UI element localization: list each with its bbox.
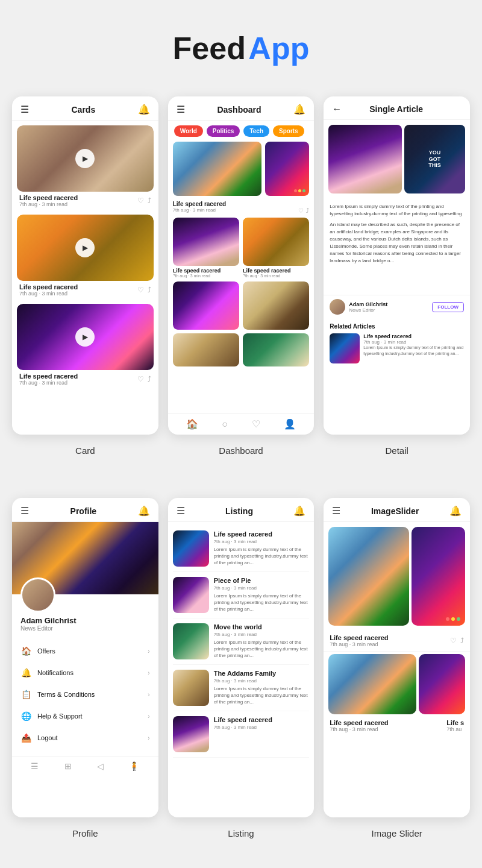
slider-card-title-2: Life speed racered — [330, 719, 388, 726]
dash-card-meta-1: Life speed racered 7th aug · 3 min read … — [173, 201, 310, 214]
app-title-black: Feed — [173, 31, 246, 66]
heart-icon-3[interactable]: ♡ — [137, 375, 144, 383]
notifications-arrow: › — [148, 670, 149, 676]
dash-grid-title-1: Life speed racered — [173, 268, 239, 274]
listing-desc-3: Lorem Ipsum is simply dummy text of the … — [214, 639, 310, 659]
dash-nav-person[interactable]: 👤 — [284, 418, 296, 430]
slider-image-main[interactable] — [328, 527, 409, 626]
detail-avatar — [330, 299, 345, 315]
share-icon-1[interactable]: ⤴ — [148, 197, 151, 205]
dash-featured-side[interactable] — [265, 142, 310, 196]
notifications-icon: 🔔 — [20, 668, 31, 678]
dash-nav-home[interactable]: 🏠 — [186, 418, 198, 430]
profile-menu-logout[interactable]: 📤 Logout › — [12, 727, 158, 749]
profile-role: News Editor — [20, 625, 150, 632]
profile-menu-offers[interactable]: 🏠 Offers › — [12, 640, 158, 662]
tab-world[interactable]: World — [174, 125, 203, 137]
listing-bell-icon[interactable]: 🔔 — [293, 505, 305, 517]
slider-card-title-1: Life speed racered — [330, 634, 450, 641]
listing-item-5[interactable]: Life speed racered 7th aug · 3 min read — [173, 711, 310, 758]
slider-preview-main[interactable] — [328, 654, 416, 714]
slider-bell-icon[interactable]: 🔔 — [449, 505, 462, 517]
profile-menu-terms[interactable]: 📋 Terms & Conditions › — [12, 684, 158, 705]
dash-featured-main[interactable] — [173, 142, 261, 196]
dot-yellow — [298, 189, 301, 192]
hamburger-icon[interactable]: ☰ — [20, 104, 29, 115]
dash-dot-decor — [294, 189, 305, 192]
play-button-1[interactable]: ▶ — [75, 149, 95, 168]
dash-share-icon[interactable]: ⤴ — [306, 207, 309, 214]
dash-grid-sign[interactable] — [243, 281, 309, 330]
share-icon-3[interactable]: ⤴ — [148, 375, 151, 383]
card-header: ☰ Cards 🔔 — [12, 96, 158, 121]
profile-menu-notifications[interactable]: 🔔 Notifications › — [12, 662, 158, 684]
card-item[interactable]: ▶ Life speed racered 7th aug · 3 min rea… — [17, 215, 154, 298]
dash-grid-1: Life speed racered 7th aug · 3 min read … — [173, 218, 310, 278]
dash-nav-heart[interactable]: ♡ — [252, 418, 260, 430]
listing-item-1[interactable]: Life speed racered 7th aug · 3 min read … — [173, 526, 310, 572]
dashboard-bottom-nav: 🏠 ○ ♡ 👤 — [168, 413, 315, 435]
card-item[interactable]: ▶ Life speed racered 7th aug · 3 min rea… — [17, 125, 154, 209]
listing-sub-2: 7th aug · 3 min read — [214, 585, 310, 591]
card-item[interactable]: ▶ Life speed racered 7th aug · 3 min rea… — [17, 304, 154, 387]
tab-sports[interactable]: Sports — [273, 125, 304, 137]
tab-tech[interactable]: Tech — [243, 125, 269, 137]
share-icon-2[interactable]: ⤴ — [148, 286, 151, 294]
dot-red — [294, 189, 297, 192]
terms-icon: 📋 — [20, 690, 31, 699]
back-icon[interactable]: ← — [332, 104, 342, 115]
listing-header: ☰ Listing 🔔 — [168, 498, 315, 522]
profile-nav-menu[interactable]: ☰ — [31, 761, 39, 771]
profile-menu-help[interactable]: 🌐 Help & Support › — [12, 705, 158, 727]
profile-hamburger-icon[interactable]: ☰ — [20, 505, 29, 517]
detail-header-title: Single Article — [369, 104, 423, 114]
dash-grid-girl[interactable]: Life speed racered 7th aug · 3 min read — [173, 218, 239, 278]
play-button-2[interactable]: ▶ — [75, 238, 95, 257]
related-item-desc: Lorem Ipsum is simply dummy text of the … — [363, 345, 464, 357]
listing-item-2[interactable]: Piece of Pie 7th aug · 3 min read Lorem … — [173, 572, 310, 618]
dash-heart-icon[interactable]: ♡ — [298, 207, 304, 214]
detail-image-text: YOUGOTTHIS — [428, 149, 441, 169]
listing-hamburger-icon[interactable]: ☰ — [177, 505, 185, 517]
row1-labels: Card Dashboard Detail — [0, 441, 482, 468]
profile-bell-icon[interactable]: 🔔 — [138, 505, 150, 517]
tab-politics[interactable]: Politics — [207, 125, 240, 137]
card-meta-3: Life speed racered 7th aug · 3 min read … — [17, 370, 154, 387]
dash-grid-party[interactable] — [173, 281, 239, 330]
profile-header-title: Profile — [70, 506, 97, 516]
dash-image-party — [173, 281, 239, 330]
slider-share-icon[interactable]: ⤴ — [460, 637, 464, 645]
slider-image-side[interactable] — [412, 527, 465, 626]
play-button-3[interactable]: ▶ — [75, 327, 95, 347]
dash-hamburger-icon[interactable]: ☰ — [177, 104, 185, 115]
profile-nav-person[interactable]: 🧍 — [129, 761, 139, 771]
slider-main — [324, 522, 470, 631]
screens-row-1: ☰ Cards 🔔 ▶ Life speed racered 7th aug ·… — [0, 84, 482, 441]
bell-icon[interactable]: 🔔 — [138, 104, 150, 115]
dash-image-sign — [243, 281, 309, 330]
detail-image-main — [328, 125, 401, 193]
listing-item-4[interactable]: The Addams Family 7th aug · 3 min read L… — [173, 665, 310, 711]
dash-grid-mags[interactable]: Life speed racered 7th aug · 3 min read — [243, 218, 309, 278]
listing-item-3[interactable]: Move the world 7th aug · 3 min read Lore… — [173, 618, 310, 665]
listing-content: Life speed racered 7th aug · 3 min read … — [168, 522, 315, 817]
slider-heart-icon[interactable]: ♡ — [450, 637, 457, 645]
slider-preview-side[interactable] — [419, 654, 465, 714]
profile-nav-grid[interactable]: ⊞ — [64, 761, 72, 771]
heart-icon-2[interactable]: ♡ — [137, 286, 144, 294]
profile-nav-back[interactable]: ◁ — [97, 761, 104, 771]
detail-screen: ← Single Article YOUGOTTHIS Lorem Ipsum … — [324, 96, 470, 435]
card-actions-3: ♡ ⤴ — [137, 375, 151, 383]
dash-nav-search[interactable]: ○ — [222, 419, 228, 430]
card-header-title: Cards — [71, 105, 95, 115]
detail-image-side: YOUGOTTHIS — [404, 125, 465, 193]
related-thumb — [330, 333, 360, 363]
follow-button[interactable]: FOLLOW — [432, 302, 464, 312]
card-meta-1: Life speed racered 7th aug · 3 min read … — [17, 192, 154, 209]
heart-icon-1[interactable]: ♡ — [137, 197, 144, 205]
slider-hamburger-icon[interactable]: ☰ — [332, 505, 340, 517]
listing-title-1: Life speed racered — [214, 530, 310, 538]
offers-icon: 🏠 — [20, 646, 31, 656]
dash-bell-icon[interactable]: 🔔 — [293, 104, 305, 115]
related-item[interactable]: Life speed racered 7th aug · 3 min read … — [330, 333, 464, 363]
